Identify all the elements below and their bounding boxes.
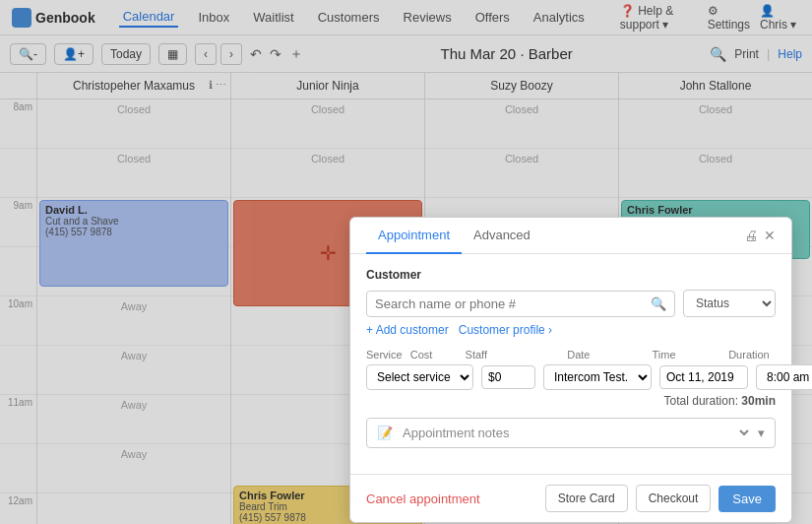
time-select[interactable]: 8:00 am: [756, 364, 812, 390]
customer-label: Customer: [366, 268, 776, 282]
notes-select[interactable]: Appointment notes: [399, 425, 752, 441]
customer-profile-link[interactable]: Customer profile ›: [459, 323, 552, 337]
appointment-modal: Appointment Advanced 🖨 ✕ Customer 🔍 Stat…: [349, 217, 792, 523]
staff-col-header: Staff: [466, 349, 560, 360]
modal-body: Customer 🔍 Status Confirmed Pending Canc…: [350, 254, 791, 474]
service-row: Select service Intercom Test... 8:00 am: [366, 364, 776, 390]
customer-row: 🔍 Status Confirmed Pending Cancelled: [366, 290, 776, 317]
notes-chevron-icon: ▾: [758, 426, 765, 440]
service-select[interactable]: Select service: [366, 364, 473, 390]
modal-header-icons: 🖨 ✕: [744, 228, 776, 243]
tab-appointment[interactable]: Appointment: [366, 218, 462, 254]
date-input[interactable]: [659, 365, 748, 389]
checkout-btn[interactable]: Checkout: [636, 485, 712, 512]
staff-select[interactable]: Intercom Test...: [543, 364, 652, 390]
total-duration-value: 30min: [741, 394, 776, 408]
add-customer-link[interactable]: + Add customer: [366, 323, 449, 337]
customer-search-input[interactable]: [375, 296, 647, 311]
modal-overlay: Appointment Advanced 🖨 ✕ Customer 🔍 Stat…: [0, 0, 812, 524]
modal-close-btn[interactable]: ✕: [764, 228, 776, 243]
service-col-header: Service: [366, 349, 403, 360]
modal-print-btn[interactable]: 🖨: [744, 228, 758, 243]
status-select[interactable]: Status Confirmed Pending Cancelled: [683, 290, 776, 317]
save-btn[interactable]: Save: [718, 486, 776, 512]
time-col-header: Time: [653, 349, 721, 360]
notes-row[interactable]: 📝 Appointment notes ▾: [366, 418, 776, 448]
modal-tabs: Appointment Advanced 🖨 ✕: [350, 218, 791, 254]
notes-icon: 📝: [377, 426, 393, 440]
duration-col-header: Duration: [728, 349, 776, 360]
search-icon: 🔍: [651, 296, 666, 311]
customer-search-wrapper[interactable]: 🔍: [366, 291, 675, 317]
cost-input[interactable]: [481, 365, 535, 389]
tab-advanced[interactable]: Advanced: [462, 218, 542, 254]
service-row-header: Service Cost Staff Date Time Duration: [366, 349, 776, 360]
store-card-btn[interactable]: Store Card: [545, 485, 628, 512]
cancel-link[interactable]: Cancel appointment: [366, 491, 537, 506]
date-col-header: Date: [567, 349, 644, 360]
total-duration: Total duration: 30min: [366, 394, 776, 408]
modal-footer: Cancel appointment Store Card Checkout S…: [350, 474, 791, 522]
customer-links: + Add customer Customer profile ›: [366, 323, 776, 337]
cost-col-header: Cost: [410, 349, 458, 360]
